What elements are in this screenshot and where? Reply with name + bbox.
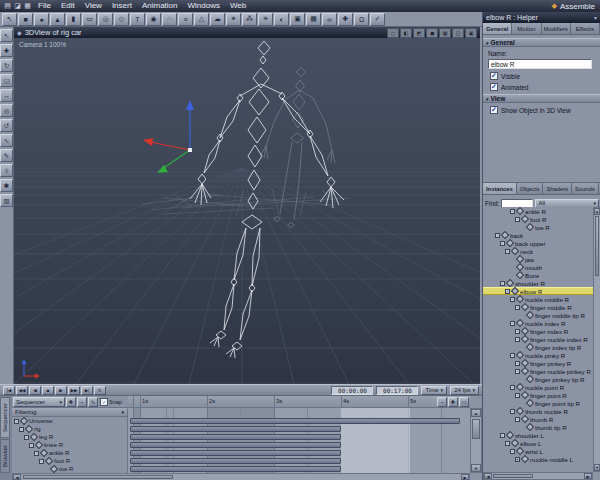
camera-icon[interactable]: ▣: [290, 13, 305, 26]
room-selector[interactable]: ◆ Assemble: [551, 2, 597, 11]
add-keyframe-icon[interactable]: ✚: [66, 397, 76, 407]
track-row[interactable]: -leg R: [12, 433, 127, 441]
expander-icon[interactable]: -: [510, 297, 515, 302]
tree-item[interactable]: -finger index R: [483, 327, 593, 335]
menu-item[interactable]: Animation: [137, 0, 183, 12]
tree-item[interactable]: -wrist L: [483, 447, 593, 455]
tree-item[interactable]: toe R: [483, 223, 593, 231]
scroll-up-button[interactable]: ▲: [471, 409, 481, 417]
scroll-thumb[interactable]: [595, 216, 599, 276]
general-section-header[interactable]: General: [483, 38, 600, 47]
tree-item[interactable]: -finger middle R: [483, 303, 593, 311]
dolly-tool-icon[interactable]: ▥: [0, 194, 13, 207]
tree-item[interactable]: -shoulder L: [483, 431, 593, 439]
scroll-left-button[interactable]: ◀: [13, 474, 21, 480]
snap-toggle[interactable]: ✓ Snap: [100, 398, 122, 406]
timeline-grid[interactable]: [128, 408, 470, 473]
scroll-thumb[interactable]: [23, 475, 173, 479]
play-button[interactable]: ▶: [55, 386, 67, 395]
expander-icon[interactable]: -: [515, 217, 520, 222]
hair-icon[interactable]: ≡: [178, 13, 193, 26]
visible-checkbox[interactable]: ✓: [490, 72, 498, 80]
timeline-bar[interactable]: [130, 442, 341, 448]
pan-tool-icon[interactable]: ↔: [0, 89, 13, 102]
text-object-icon[interactable]: T: [130, 13, 145, 26]
expander-icon[interactable]: -: [510, 409, 515, 414]
filtering-header[interactable]: Filtering: [12, 408, 127, 417]
tree-item[interactable]: jaw: [483, 255, 593, 263]
timeline-bar[interactable]: [130, 466, 341, 472]
fit-timeline-icon[interactable]: ▭: [459, 397, 469, 407]
zoom-tool-icon[interactable]: ◎: [0, 104, 13, 117]
menu-item[interactable]: Windows: [182, 0, 224, 12]
tree-vertical-scrollbar[interactable]: ▲ ▼: [593, 207, 600, 472]
animated-checkbox[interactable]: ✓: [490, 83, 498, 91]
zoom-out-icon[interactable]: −: [437, 397, 447, 407]
textured-mode-icon[interactable]: ▩: [439, 28, 451, 38]
instances-tab[interactable]: Sounds: [572, 183, 599, 194]
cube-primitive-icon[interactable]: ■: [18, 13, 33, 26]
flat-shade-mode-icon[interactable]: ◧: [400, 28, 412, 38]
physics-icon[interactable]: ∞: [322, 13, 337, 26]
wireframe-mode-icon[interactable]: ◻: [387, 28, 399, 38]
save-file-icon[interactable]: ▦: [23, 2, 32, 11]
fire-icon[interactable]: ✶: [226, 13, 241, 26]
properties-tab[interactable]: Motion: [512, 23, 541, 34]
expander-icon[interactable]: -: [515, 329, 520, 334]
snap-checkbox[interactable]: ✓: [100, 398, 108, 406]
eyedropper-tool-icon[interactable]: ◊: [0, 164, 13, 177]
particle-emitter-icon[interactable]: ∴: [162, 13, 177, 26]
next-frame-button[interactable]: ▶▶: [68, 386, 80, 395]
scene-canvas[interactable]: Camera 1 100%: [14, 38, 480, 384]
instances-tab[interactable]: Instances: [483, 183, 517, 194]
timeline-bar[interactable]: [130, 450, 341, 456]
select-tool-icon[interactable]: ↖: [2, 13, 17, 26]
scroll-left-button[interactable]: ◀: [484, 473, 492, 479]
expander-icon[interactable]: -: [510, 449, 515, 454]
split-view-icon[interactable]: ◫: [452, 28, 464, 38]
gouraud-mode-icon[interactable]: ◩: [413, 28, 425, 38]
tree-item[interactable]: +nuckle middle L: [483, 455, 593, 463]
menu-item[interactable]: Web: [225, 0, 251, 12]
expander-icon[interactable]: -: [515, 369, 520, 374]
scroll-right-button[interactable]: ▶: [461, 474, 469, 480]
expander-icon[interactable]: -: [14, 419, 19, 424]
tree-item[interactable]: mouth: [483, 263, 593, 271]
track-row[interactable]: -foot R: [12, 457, 127, 465]
tree-item[interactable]: -shoulder R: [483, 279, 593, 287]
tree-item[interactable]: -ankle R: [483, 207, 593, 215]
tree-item[interactable]: finger pinkey tip R: [483, 375, 593, 383]
maximize-view-icon[interactable]: ▣: [465, 28, 477, 38]
properties-tab[interactable]: Effects: [571, 23, 600, 34]
tray-tab[interactable]: Sequencer: [0, 397, 10, 438]
scroll-right-button[interactable]: ▶: [584, 473, 592, 479]
tree-item[interactable]: finger point tip R: [483, 399, 593, 407]
expander-icon[interactable]: -: [515, 305, 520, 310]
scroll-up-button[interactable]: ▲: [594, 208, 600, 215]
timeline-horizontal-scrollbar[interactable]: ◀ ▶: [12, 473, 470, 480]
expander-icon[interactable]: -: [39, 459, 44, 464]
properties-tab[interactable]: Modifiers: [542, 23, 571, 34]
phong-mode-icon[interactable]: ◼: [426, 28, 438, 38]
group-icon[interactable]: ▦: [306, 13, 321, 26]
spot-light-icon[interactable]: ◐: [274, 13, 289, 26]
show-object-checkbox[interactable]: ✓: [490, 106, 498, 114]
tree-item[interactable]: -nuckle point R: [483, 383, 593, 391]
tree-item[interactable]: -thumb R: [483, 415, 593, 423]
expander-icon[interactable]: -: [515, 393, 520, 398]
track-row[interactable]: -rig: [12, 425, 127, 433]
frame-rate-dropdown[interactable]: 24 fps: [450, 386, 479, 395]
tree-item[interactable]: -elbow R: [483, 287, 593, 295]
tree-item[interactable]: finger index tip R: [483, 343, 593, 351]
tree-item[interactable]: -back: [483, 231, 593, 239]
expander-icon[interactable]: -: [29, 443, 34, 448]
tree-item[interactable]: -nuckle middle R: [483, 295, 593, 303]
paint-tool-icon[interactable]: ✎: [0, 149, 13, 162]
metaball-icon[interactable]: ◉: [146, 13, 161, 26]
scroll-thumb[interactable]: [472, 419, 480, 439]
tray-tab[interactable]: Browser: [0, 439, 10, 473]
instances-tab[interactable]: Shaders: [543, 183, 572, 194]
rotate-tool-icon[interactable]: ↻: [0, 59, 13, 72]
ik-target-icon[interactable]: Ω: [354, 13, 369, 26]
menu-item[interactable]: View: [80, 0, 107, 12]
